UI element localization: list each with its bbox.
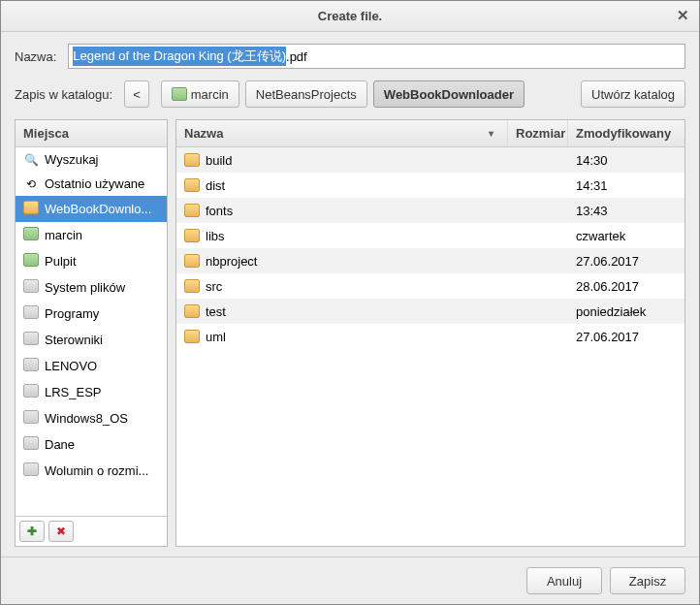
drive-icon <box>23 410 39 427</box>
path-row: Zapis w katalogu: < marcinNetBeansProjec… <box>15 80 685 108</box>
file-name: libs <box>206 229 225 243</box>
savein-label: Zapis w katalogu: <box>15 87 112 102</box>
places-sidebar: Miejsca 🔍Wyszukaj⟲Ostatnio używaneWebBoo… <box>15 119 168 547</box>
create-folder-button[interactable]: Utwórz katalog <box>581 80 685 108</box>
file-name: fonts <box>206 204 233 218</box>
file-row[interactable]: src28.06.2017 <box>176 273 684 299</box>
place-item[interactable]: 🔍Wyszukaj <box>16 147 167 172</box>
file-modified: 28.06.2017 <box>568 279 684 294</box>
place-label: Wolumin o rozmi... <box>45 463 148 478</box>
window-title: Create file. <box>318 9 382 23</box>
place-item[interactable]: Wolumin o rozmi... <box>16 458 167 484</box>
drive-icon <box>23 462 39 479</box>
breadcrumb-segment[interactable]: NetBeansProjects <box>245 80 367 108</box>
sort-arrow-icon: ▾ <box>489 128 493 139</box>
file-name: uml <box>206 330 226 344</box>
folder-icon <box>184 304 200 318</box>
drive-icon <box>23 436 39 453</box>
home-icon <box>23 227 39 243</box>
place-item[interactable]: marcin <box>16 222 167 248</box>
close-icon[interactable]: ✕ <box>677 7 689 24</box>
home-folder-icon <box>172 87 187 101</box>
dialog-footer: Anuluj Zapisz <box>1 557 699 604</box>
place-item[interactable]: Programy <box>16 301 167 327</box>
file-modified: 27.06.2017 <box>568 330 684 344</box>
save-button[interactable]: Zapisz <box>610 567 685 594</box>
drive-icon <box>23 279 39 296</box>
file-modified: 14:30 <box>568 153 684 168</box>
chevron-left-icon: < <box>133 87 141 102</box>
file-modified: 14:31 <box>568 178 684 193</box>
file-row[interactable]: fonts13:43 <box>176 198 684 223</box>
search-icon: 🔍 <box>23 153 39 167</box>
filename-selection: Legend of the Dragon King (龙王传说) <box>73 47 286 66</box>
file-modified: 27.06.2017 <box>568 254 684 269</box>
place-item[interactable]: System plików <box>16 274 167 301</box>
file-modified: 13:43 <box>568 204 684 218</box>
cancel-button[interactable]: Anuluj <box>526 567 602 594</box>
filename-input[interactable]: Legend of the Dragon King (龙王传说).pdf <box>68 44 685 69</box>
file-row[interactable]: testponiedziałek <box>176 299 684 324</box>
folder-icon <box>184 204 200 217</box>
place-item[interactable]: LRS_ESP <box>16 379 167 405</box>
file-row[interactable]: uml27.06.2017 <box>176 324 684 349</box>
place-item[interactable]: LENOVO <box>16 353 167 379</box>
file-dialog: Create file. ✕ Nazwa: Legend of the Drag… <box>0 0 700 605</box>
dialog-body: Nazwa: Legend of the Dragon King (龙王传说).… <box>1 32 699 557</box>
filename-row: Nazwa: Legend of the Dragon King (龙王传说).… <box>15 44 685 69</box>
file-modified: czwartek <box>568 229 684 243</box>
folder-icon <box>184 279 200 293</box>
place-label: Sterowniki <box>45 333 103 347</box>
column-modified-header[interactable]: Zmodyfikowany <box>568 120 684 146</box>
place-label: Ostatnio używane <box>45 176 144 191</box>
file-name: nbproject <box>206 254 257 269</box>
place-item[interactable]: Dane <box>16 431 167 458</box>
places-header: Miejsca <box>16 120 167 147</box>
file-row[interactable]: dist14:31 <box>176 173 684 198</box>
file-row[interactable]: libsczwartek <box>176 223 684 248</box>
file-name: test <box>206 304 226 319</box>
folder-icon <box>184 254 200 268</box>
column-name-header[interactable]: Nazwa ▾ <box>176 120 508 146</box>
file-list-header: Nazwa ▾ Rozmiar Zmodyfikowany <box>176 120 684 147</box>
place-item[interactable]: Windows8_OS <box>16 405 167 431</box>
desktop-icon <box>23 253 39 270</box>
place-item[interactable]: Sterowniki <box>16 327 167 353</box>
column-size-header[interactable]: Rozmiar <box>508 120 568 146</box>
breadcrumb-segment[interactable]: WebBookDownloader <box>373 80 525 108</box>
place-item[interactable]: WebBookDownlo... <box>16 196 167 222</box>
place-item[interactable]: ⟲Ostatnio używane <box>16 172 167 196</box>
folder-icon <box>184 153 200 167</box>
folder-icon <box>23 201 39 217</box>
file-list-body: build14:30dist14:31fonts13:43libsczwarte… <box>176 147 684 546</box>
place-label: Wyszukaj <box>45 152 99 167</box>
place-label: Windows8_OS <box>45 411 128 426</box>
places-list: 🔍Wyszukaj⟲Ostatnio używaneWebBookDownlo.… <box>16 147 167 516</box>
titlebar: Create file. ✕ <box>1 1 699 32</box>
breadcrumb: marcinNetBeansProjectsWebBookDownloader <box>161 80 525 108</box>
folder-icon <box>184 330 200 343</box>
place-item[interactable]: Pulpit <box>16 248 167 274</box>
drive-icon <box>23 384 39 400</box>
drive-icon <box>23 332 39 348</box>
filename-suffix: .pdf <box>286 49 307 64</box>
name-label: Nazwa: <box>15 49 56 64</box>
place-label: Dane <box>45 437 75 452</box>
place-label: Programy <box>45 306 99 321</box>
drive-icon <box>23 305 39 322</box>
drive-icon <box>23 358 39 374</box>
place-label: LENOVO <box>45 359 97 373</box>
place-label: LRS_ESP <box>45 385 102 399</box>
breadcrumb-segment[interactable]: marcin <box>161 80 239 108</box>
remove-bookmark-button[interactable]: ✖ <box>48 521 74 542</box>
folder-icon <box>184 229 200 242</box>
file-list: Nazwa ▾ Rozmiar Zmodyfikowany build14:30… <box>175 119 685 547</box>
place-label: Pulpit <box>45 254 77 269</box>
file-row[interactable]: build14:30 <box>176 147 684 173</box>
path-back-button[interactable]: < <box>124 80 149 108</box>
add-bookmark-button[interactable]: ✚ <box>19 521 45 542</box>
place-label: WebBookDownlo... <box>45 202 151 216</box>
file-row[interactable]: nbproject27.06.2017 <box>176 248 684 273</box>
split-pane: Miejsca 🔍Wyszukaj⟲Ostatnio używaneWebBoo… <box>15 119 685 547</box>
file-name: build <box>206 153 232 168</box>
